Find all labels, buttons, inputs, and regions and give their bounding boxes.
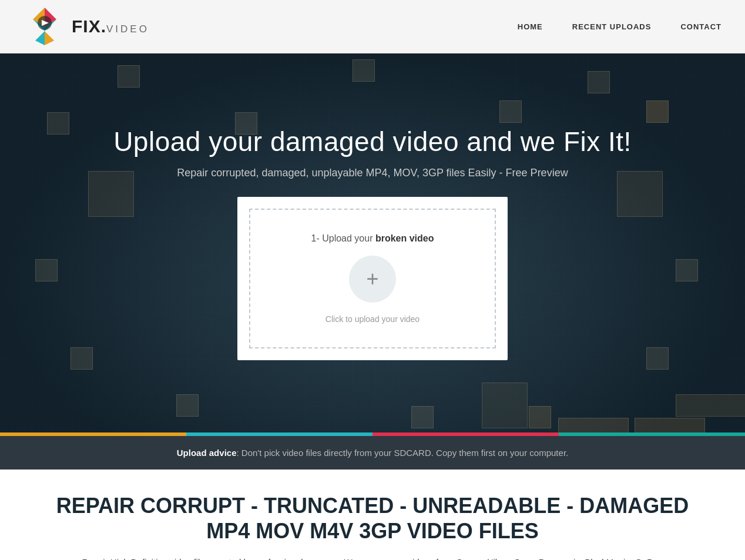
upload-card: 1- Upload your broken video + Click to u… <box>237 197 508 360</box>
nav-contact[interactable]: CONTACT <box>680 22 721 31</box>
upload-advice-text: Upload advice: Don't pick video files di… <box>24 448 721 458</box>
color-bar <box>0 432 745 436</box>
advice-strip: Upload advice: Don't pick video files di… <box>0 436 745 470</box>
repair-section: REPAIR CORRUPT - TRUNCATED - UNREADABLE … <box>0 470 745 560</box>
logo-area: FIX.VIDEO <box>24 5 149 48</box>
upload-plus-button[interactable]: + <box>349 256 396 303</box>
logo-icon <box>24 5 66 48</box>
logo-text: FIX.VIDEO <box>72 16 149 36</box>
hero-subtitle: Repair corrupted, damaged, unplayable MP… <box>177 167 568 179</box>
color-bar-green <box>559 432 745 436</box>
upload-step-label: 1- Upload your broken video <box>311 233 434 244</box>
hero-content: Upload your damaged video and we Fix It!… <box>0 126 745 360</box>
svg-marker-4 <box>35 31 45 45</box>
hero-section: Upload your damaged video and we Fix It!… <box>0 53 745 432</box>
repair-description: Repair High Definition video files creat… <box>35 555 710 560</box>
color-bar-red <box>372 432 559 436</box>
nav-recent-uploads[interactable]: RECENT UPLOADS <box>572 22 652 31</box>
upload-click-text: Click to upload your video <box>325 314 420 324</box>
color-bar-orange <box>0 432 186 436</box>
nav-home[interactable]: HOME <box>518 22 543 31</box>
header: FIX.VIDEO HOME RECENT UPLOADS CONTACT <box>0 0 745 53</box>
hero-title: Upload your damaged video and we Fix It! <box>113 126 632 157</box>
repair-title: REPAIR CORRUPT - TRUNCATED - UNREADABLE … <box>35 493 710 544</box>
upload-dropzone[interactable]: 1- Upload your broken video + Click to u… <box>249 209 496 348</box>
color-bar-teal <box>186 432 372 436</box>
main-nav: HOME RECENT UPLOADS CONTACT <box>518 22 721 31</box>
svg-marker-5 <box>45 31 54 45</box>
